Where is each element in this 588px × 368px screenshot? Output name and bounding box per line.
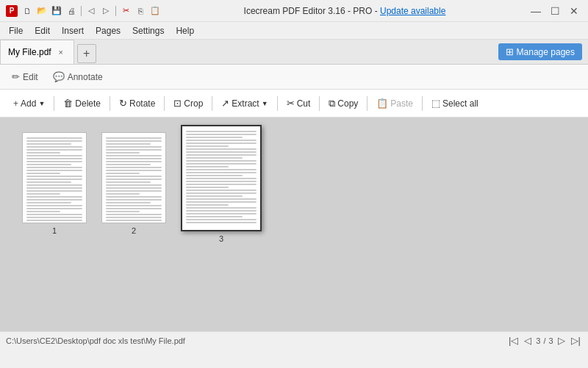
page-line <box>186 195 243 197</box>
page-line <box>106 217 162 218</box>
paste-button[interactable]: 📋 Paste <box>370 95 419 112</box>
manage-pages-icon: ⊞ <box>506 46 514 57</box>
page-line <box>26 146 82 148</box>
first-page-button[interactable]: |◁ <box>507 335 520 346</box>
manage-pages-area: ⊞ Manage pages <box>498 40 588 64</box>
menu-bar: File Edit Insert Pages Settings Help <box>0 22 588 40</box>
tab-close-button[interactable]: × <box>56 47 66 57</box>
save-icon[interactable]: 💾 <box>50 4 63 18</box>
page-line <box>106 137 162 139</box>
page-line <box>106 220 162 221</box>
tab-bar: My File.pdf × + ⊞ Manage pages <box>0 40 588 65</box>
app-icon: P <box>6 5 18 17</box>
menu-insert[interactable]: Insert <box>56 24 90 37</box>
page-line <box>26 211 60 212</box>
page-line <box>26 152 60 154</box>
page-line <box>106 173 140 174</box>
page-line <box>106 214 162 215</box>
minimize-button[interactable]: — <box>528 3 544 19</box>
page-line <box>26 196 82 198</box>
rotate-icon: ↻ <box>119 98 127 109</box>
cut-icon: ✂ <box>287 98 295 109</box>
page-line <box>26 208 82 209</box>
manage-pages-button[interactable]: ⊞ Manage pages <box>498 43 582 60</box>
copy-button[interactable]: ⧉ Copy <box>323 95 364 112</box>
copy-icon: ⧉ <box>329 98 335 109</box>
page-line <box>106 211 140 212</box>
file-tab[interactable]: My File.pdf × <box>0 40 74 64</box>
menu-settings[interactable]: Settings <box>126 24 170 37</box>
separator-8 <box>422 96 423 111</box>
page-line <box>106 208 162 209</box>
add-button[interactable]: + Add ▼ <box>7 95 51 112</box>
page-line <box>186 207 257 209</box>
cut-button[interactable]: ✂ Cut <box>281 95 317 112</box>
separator-2 <box>110 96 110 111</box>
close-button[interactable]: ✕ <box>566 3 582 19</box>
next-page-button[interactable]: ▷ <box>556 335 567 346</box>
cut-quick-icon[interactable]: ✂ <box>119 4 132 18</box>
page-line <box>106 190 162 192</box>
page-line <box>26 217 82 218</box>
page-line <box>186 210 257 212</box>
title-bar-left: P 🗋 📂 💾 🖨 ◁ ▷ ✂ ⎘ 📋 <box>6 4 162 18</box>
menu-file[interactable]: File <box>3 24 29 37</box>
page-line <box>26 170 82 171</box>
page-line <box>26 167 82 168</box>
page-line <box>186 151 257 153</box>
back-icon[interactable]: ◁ <box>85 4 98 18</box>
print-icon[interactable]: 🖨 <box>65 4 78 18</box>
separator-4 <box>212 96 212 111</box>
extract-button[interactable]: ↗ Extract ▼ <box>215 95 273 112</box>
page-line <box>186 216 243 217</box>
page-line <box>106 152 140 154</box>
forward-icon[interactable]: ▷ <box>99 4 112 18</box>
menu-pages[interactable]: Pages <box>90 24 126 37</box>
page-line <box>106 181 151 183</box>
page-line <box>186 204 229 206</box>
menu-edit[interactable]: Edit <box>29 24 56 37</box>
page-line <box>26 199 82 201</box>
page-line <box>26 161 82 162</box>
select-all-icon: ⬚ <box>431 98 440 109</box>
tab-left: My File.pdf × + <box>0 40 96 64</box>
page-line <box>186 140 257 141</box>
edit-mode-button[interactable]: ✏ Edit <box>6 69 44 84</box>
page-line <box>26 187 82 189</box>
maximize-button[interactable]: ☐ <box>547 3 563 19</box>
add-icon: + <box>13 98 18 109</box>
page-thumb-1[interactable]: 1 <box>22 132 87 235</box>
page-line <box>26 143 71 145</box>
page-line <box>106 202 151 203</box>
page-line <box>186 175 243 176</box>
select-all-button[interactable]: ⬚ Select all <box>426 95 484 112</box>
page-line <box>106 155 162 156</box>
menu-help[interactable]: Help <box>170 24 200 37</box>
new-icon[interactable]: 🗋 <box>21 4 34 18</box>
update-link[interactable]: Update available <box>380 6 445 16</box>
copy-quick-icon[interactable]: ⎘ <box>134 4 147 18</box>
paste-quick-icon[interactable]: 📋 <box>148 4 162 18</box>
page-line <box>26 149 82 151</box>
page-thumb-2[interactable]: 2 <box>101 132 166 235</box>
page-thumb-3[interactable]: 3 <box>181 125 262 243</box>
page-image-1[interactable] <box>22 132 87 223</box>
page-line <box>186 134 257 135</box>
page-line <box>106 149 162 151</box>
last-page-button[interactable]: ▷| <box>570 335 582 346</box>
new-tab-button[interactable]: + <box>77 44 96 63</box>
crop-icon: ⊡ <box>173 98 182 109</box>
crop-button[interactable]: ⊡ Crop <box>168 95 209 112</box>
prev-page-button[interactable]: ◁ <box>523 335 533 346</box>
annotate-mode-button[interactable]: 💬 Annotate <box>47 69 109 84</box>
page-line <box>26 173 60 174</box>
page-image-2[interactable] <box>101 132 166 223</box>
page-image-3[interactable] <box>181 125 262 231</box>
delete-button[interactable]: 🗑 Delete <box>57 95 107 112</box>
page-line <box>186 178 257 179</box>
page-line <box>186 157 243 159</box>
open-icon[interactable]: 📂 <box>35 4 49 18</box>
page-line <box>106 193 140 195</box>
page-line <box>186 181 257 182</box>
rotate-button[interactable]: ↻ Rotate <box>113 95 161 112</box>
